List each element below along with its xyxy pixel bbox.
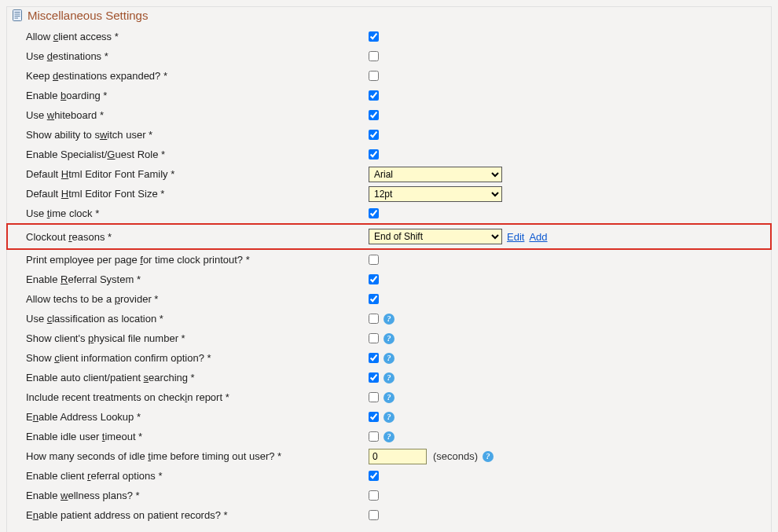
- setting-checkbox[interactable]: [369, 392, 379, 402]
- setting-label-post: able patient address on patient records?…: [39, 509, 228, 521]
- help-icon[interactable]: ?: [383, 353, 395, 364]
- setting-label: Enable Referral System *: [7, 273, 369, 285]
- setting-row: Enable Referral System *: [7, 270, 771, 289]
- help-icon[interactable]: ?: [383, 392, 395, 403]
- setting-checkbox[interactable]: [369, 274, 379, 284]
- setting-checkbox[interactable]: [369, 149, 379, 160]
- setting-label: Clockout reasons *: [7, 231, 369, 243]
- setting-control: End of ShiftEditAdd: [369, 229, 548, 244]
- setting-control: ?: [369, 333, 395, 344]
- setting-label-post: easons *: [72, 231, 112, 243]
- setting-label: Include recent treatments on checkin rep…: [7, 391, 369, 403]
- setting-label: Show ability to switch user *: [7, 129, 369, 141]
- setting-checkbox[interactable]: [369, 333, 379, 343]
- setting-select[interactable]: 12pt: [369, 186, 502, 202]
- setting-label-pre: Enable: [26, 273, 61, 285]
- setting-control: [369, 130, 379, 140]
- setting-control: (seconds)?: [369, 449, 494, 464]
- setting-label-post: imeout *: [105, 431, 142, 442]
- setting-control: ?: [369, 353, 395, 364]
- setting-label-pre: Allow techs to be a: [26, 293, 115, 305]
- setting-label-accesskey: G: [107, 149, 115, 160]
- setting-label-accesskey: w: [100, 129, 107, 141]
- setting-checkbox[interactable]: [369, 431, 379, 442]
- setting-row: Use classification as location *?: [7, 309, 771, 328]
- setting-label: Use time clock *: [7, 207, 369, 219]
- setting-label-post: tml Editor Font Size *: [68, 188, 164, 200]
- setting-checkbox[interactable]: [369, 71, 379, 81]
- setting-label: Enable Address Lookup *: [7, 411, 369, 423]
- setting-label: Show client information confirm option? …: [7, 352, 369, 364]
- setting-label-pre: Enable: [26, 90, 61, 101]
- help-icon[interactable]: ?: [483, 451, 494, 462]
- setting-checkbox[interactable]: [369, 90, 379, 101]
- setting-row: Clockout reasons *End of ShiftEditAdd: [7, 224, 771, 249]
- setting-checkbox[interactable]: [369, 372, 379, 383]
- setting-label-post: itch user *: [107, 129, 152, 141]
- setting-select[interactable]: End of Shift: [369, 229, 502, 244]
- add-link[interactable]: Add: [529, 231, 547, 243]
- setting-control: [369, 255, 379, 265]
- setting-checkbox[interactable]: [369, 510, 379, 520]
- setting-checkbox[interactable]: [369, 51, 379, 61]
- setting-control: ?: [369, 372, 395, 383]
- setting-label-accesskey: H: [61, 168, 68, 180]
- setting-checkbox[interactable]: [369, 31, 379, 42]
- svg-rect-0: [13, 10, 22, 21]
- setting-label-pre: Show client's: [26, 332, 88, 344]
- setting-row: Enable Specialist/Guest Role *: [7, 145, 771, 164]
- setting-label-post: ime before timing out user? *: [151, 450, 281, 462]
- edit-link[interactable]: Edit: [507, 231, 524, 243]
- setting-checkbox[interactable]: [369, 208, 379, 218]
- setting-label: Show client's physical file number *: [7, 332, 369, 344]
- help-icon[interactable]: ?: [383, 431, 395, 442]
- help-icon[interactable]: ?: [383, 372, 395, 383]
- setting-label-accesskey: d: [47, 50, 53, 62]
- setting-label-post: ime clock *: [50, 207, 99, 219]
- setting-label-post: ellness plans? *: [68, 490, 139, 501]
- setting-label-post: tml Editor Font Family *: [68, 168, 174, 180]
- help-icon[interactable]: ?: [383, 412, 395, 423]
- setting-label-pre: Default: [26, 188, 61, 200]
- setting-label: Use whiteboard *: [7, 109, 369, 121]
- setting-checkbox[interactable]: [369, 490, 379, 501]
- setting-checkbox[interactable]: [369, 353, 379, 363]
- setting-row: Allow techs to be a provider *: [7, 289, 771, 309]
- setting-label-post: uest Role *: [115, 149, 165, 160]
- setting-number-input[interactable]: [369, 449, 427, 464]
- setting-label: Allow client access *: [7, 31, 369, 42]
- setting-checkbox[interactable]: [369, 130, 379, 140]
- setting-control: [369, 110, 379, 120]
- setting-control: [369, 510, 379, 520]
- setting-checkbox[interactable]: [369, 294, 379, 304]
- setting-label: Enable patient address on patient record…: [7, 509, 369, 521]
- setting-control: Arial: [369, 167, 502, 182]
- setting-checkbox[interactable]: [369, 110, 379, 120]
- setting-checkbox[interactable]: [369, 412, 379, 422]
- help-icon[interactable]: ?: [383, 333, 395, 344]
- setting-checkbox[interactable]: [369, 314, 379, 324]
- setting-row: Use destinations *: [7, 46, 771, 66]
- setting-label-pre: Enable Specialist/: [26, 149, 107, 160]
- setting-label: Enable Specialist/Guest Role *: [7, 149, 369, 160]
- setting-control: ?: [369, 314, 395, 325]
- setting-label-accesskey: H: [61, 188, 68, 200]
- setting-label-pre: Keep: [26, 70, 53, 82]
- panel-title: Miscellaneous Settings: [28, 9, 148, 22]
- setting-label: Default Html Editor Font Family *: [7, 168, 369, 180]
- setting-label-post: oarding *: [66, 90, 107, 101]
- setting-label-post: earching *: [149, 372, 195, 383]
- setting-label-post: eferral System *: [68, 273, 140, 285]
- setting-checkbox[interactable]: [369, 471, 379, 481]
- panel-header: Miscellaneous Settings: [7, 7, 771, 25]
- setting-label-post: estinations *: [53, 50, 108, 62]
- setting-row: Default Html Editor Font Size *12pt: [7, 184, 771, 204]
- setting-label-pre: Default: [26, 168, 61, 180]
- setting-control: [369, 208, 379, 218]
- help-icon[interactable]: ?: [383, 314, 395, 325]
- setting-after-text: (seconds): [433, 450, 478, 462]
- setting-select[interactable]: Arial: [369, 167, 502, 182]
- setting-label: Print employee per page for time clock p…: [7, 254, 369, 266]
- setting-checkbox[interactable]: [369, 255, 379, 265]
- setting-control: [369, 294, 379, 304]
